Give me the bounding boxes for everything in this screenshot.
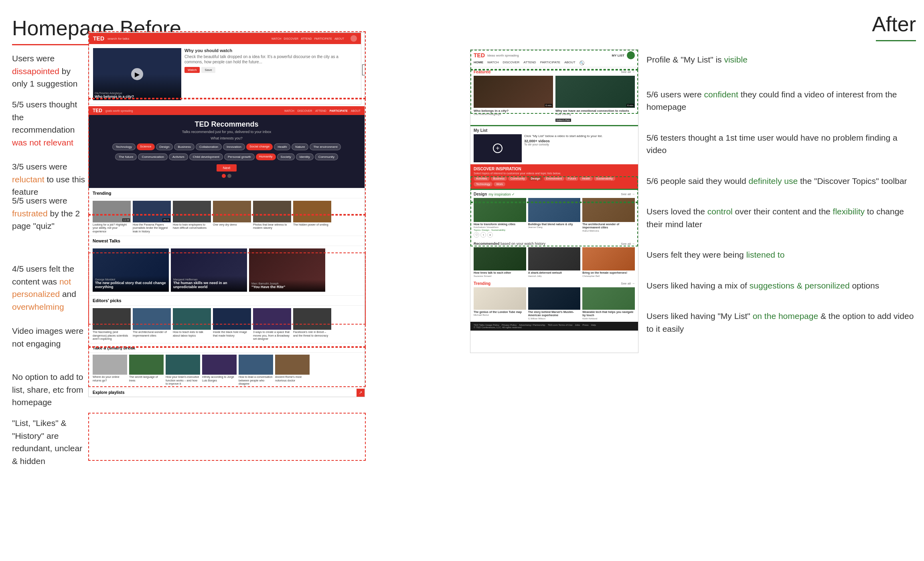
footer-link-6[interactable]: Press <box>582 324 588 326</box>
tag-activism[interactable]: Activism <box>169 153 188 160</box>
tag-social[interactable]: Social change <box>246 143 273 150</box>
rec-title-overlay: Who belongs in a city? <box>95 95 180 99</box>
dtag-community[interactable]: Community <box>508 176 527 181</box>
highlight-onhomepage: on the homepage <box>753 311 818 321</box>
trending-title-1: Looking for a job? Highlight your abilit… <box>93 223 131 233</box>
tag-community[interactable]: Community <box>315 153 338 160</box>
dtag-environment[interactable]: Environment <box>544 176 564 181</box>
tag-technology[interactable]: Technology <box>112 143 136 150</box>
tag-identity[interactable]: Identity <box>296 153 314 160</box>
featured-see-all[interactable]: See all → <box>621 70 635 74</box>
search-icon[interactable] <box>351 35 357 42</box>
design-title-2: Buildings that blend nature & city <box>528 223 581 226</box>
tag-personal[interactable]: Personal growth <box>224 153 255 160</box>
featured-videos: 6 min Who belongs in a city? OluTimehin … <box>474 76 635 123</box>
dashed-box-break <box>88 413 366 461</box>
rec-speaker-overlay: OluTimehin Adegbeye <box>95 92 180 95</box>
tag-humanity[interactable]: Humanity <box>256 153 276 160</box>
editors-title-1: The fascinating (and dangerous) places s… <box>93 331 131 341</box>
tag-health[interactable]: Health <box>274 143 290 150</box>
ann-disappointed: Users were dissapointed by only 1 sugges… <box>12 52 88 90</box>
featured-duration-1: 6 min <box>545 104 552 107</box>
editors-mockup: Editors' picks The fascinating (and dang… <box>89 295 365 343</box>
editors-t2 <box>133 308 171 330</box>
tag-design[interactable]: Design <box>156 143 173 150</box>
watch-btn[interactable]: Watch <box>184 67 200 73</box>
tag-business[interactable]: Business <box>174 143 194 150</box>
profile-avatar[interactable] <box>627 51 635 59</box>
design-see-all[interactable]: See all → <box>621 192 635 196</box>
footer-link-3[interactable]: Advertising / Partnership <box>519 324 545 326</box>
share-icon-1[interactable]: ↑ <box>480 232 486 238</box>
trending-after-see-all[interactable]: See all → <box>621 282 635 285</box>
featured-title-2: Why we have an emotional connection to r… <box>555 109 635 113</box>
quiz-nav-discover: DISCOVER <box>298 109 312 112</box>
after-mylist-label: MY LIST <box>612 54 624 57</box>
recommended-v3: Bring on the female superheroes! Christo… <box>582 247 635 277</box>
nav-participate[interactable]: PARTICIPATE <box>540 61 561 65</box>
tag-child[interactable]: Child development <box>189 153 223 160</box>
dtag-work[interactable]: Work <box>494 182 505 186</box>
rann-mylist: Users liked having "My List" on the home… <box>646 310 916 335</box>
rec-mockup: TED search for talks WATCH DISCOVER ATTE… <box>89 32 361 105</box>
trending-video-5: Photos that bear witness to modern slave… <box>253 201 291 233</box>
featured-section: Featured See all → 6 min Who belongs in … <box>470 67 638 125</box>
trending-video-2: 25:21 How the Panama Papers journalists … <box>133 201 171 233</box>
save-btn[interactable]: Save <box>201 67 215 73</box>
my-list-label: My List <box>474 128 487 133</box>
editors-label: Editors' picks <box>89 296 365 306</box>
play-button[interactable]: ▶ <box>131 68 143 80</box>
editors-title-3: How to teach kids to talk about taboo to… <box>173 331 211 337</box>
nav-watch[interactable]: WATCH <box>487 61 498 65</box>
tag-communication[interactable]: Communication <box>138 153 168 160</box>
footer-link-5[interactable]: Jobs <box>575 324 580 326</box>
quiz-nav-about: ABOUT <box>351 109 361 112</box>
tag-future[interactable]: The future <box>115 153 137 160</box>
ann-redundant: "List, "Likes" & "History" are redundant… <box>12 417 88 467</box>
trending-after-t2 <box>528 287 581 310</box>
rann-mix: Users liked having a mix of suggestions … <box>646 279 916 292</box>
featured-header: Featured See all → <box>474 70 635 74</box>
add-to-list-icon[interactable]: + <box>493 143 503 153</box>
dtag-technology[interactable]: Technology <box>474 182 492 186</box>
recommended-see-all[interactable]: See all → <box>621 242 635 246</box>
rec-desc: Check the beautiful talk dropped on a id… <box>184 54 357 65</box>
dtag-design[interactable]: Design <box>528 176 542 181</box>
newest-title-2: The human skills we need in an unpredict… <box>173 281 245 290</box>
design-speaker-1: Kotchakorn Voraakhom <box>474 226 526 228</box>
tag-nature[interactable]: Nature <box>292 143 308 150</box>
tag-society[interactable]: Society <box>277 153 295 160</box>
dtag-business[interactable]: Business <box>491 176 507 181</box>
after-mockup: TED Ideas worth spreading MY LIST HOME W… <box>470 49 638 353</box>
dtag-activities[interactable]: Activities <box>474 176 490 181</box>
search-icon-after[interactable]: 🔍 <box>580 61 584 65</box>
next-btn[interactable]: Next <box>217 164 237 172</box>
highlight-definitelyuse: definitely use <box>749 176 798 186</box>
trending-after-title-2: The story behind Marvel's Muslim-America… <box>528 311 581 317</box>
nav-discover[interactable]: DISCOVER <box>503 61 519 65</box>
highlight-overwhelming: overwhelming <box>12 302 64 311</box>
quiz-title: TED Recommends <box>95 120 359 129</box>
nav-about[interactable]: ABOUT <box>564 61 575 65</box>
newest-title-1: The new political story that could chang… <box>95 281 166 290</box>
rec-info: Why you should watch Check the beautiful… <box>184 48 357 100</box>
tag-science[interactable]: Science <box>137 143 154 150</box>
dtag-sustainability[interactable]: Sustainability <box>594 176 615 181</box>
right-body: TED Ideas worth spreading MY LIST HOME W… <box>470 49 916 353</box>
my-list-info: Click "My List" below a video to start a… <box>524 134 603 162</box>
trending-video-1: 13:48 Looking for a job? Highlight your … <box>93 201 131 233</box>
footer-link-4[interactable]: TED.com Terms of Use <box>548 324 573 326</box>
dtag-health[interactable]: Health <box>580 176 592 181</box>
nav-attend: ATTEND <box>301 37 312 40</box>
tag-environment[interactable]: The environment <box>310 143 341 150</box>
tag-innovation[interactable]: Innovation <box>223 143 245 150</box>
nav-home[interactable]: HOME <box>474 61 483 65</box>
like-icon-1[interactable]: ♡ <box>474 232 479 238</box>
rann-control: Users loved the control over their conte… <box>646 205 916 230</box>
dtag-future[interactable]: Future <box>565 176 578 181</box>
save-icon-1[interactable]: + <box>487 232 493 238</box>
footer-link-7[interactable]: Help <box>591 324 596 326</box>
tag-collaboration[interactable]: Collaboration <box>196 143 222 150</box>
nav-attend[interactable]: ATTEND <box>523 61 536 65</box>
editors-t5 <box>253 308 291 330</box>
